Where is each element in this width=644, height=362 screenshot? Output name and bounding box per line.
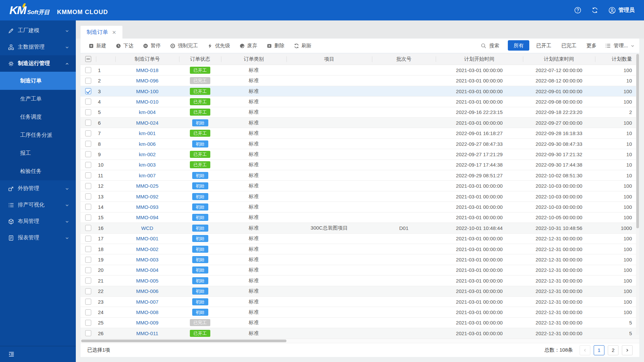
table-row[interactable]: 26MMO-011已开工标准2021-03-01 00:00:002022-12…	[80, 328, 639, 339]
table-row[interactable]: 12MMO-025初始标准2021-03-01 00:00:002022-10-…	[80, 181, 639, 191]
filter-button-3[interactable]: 更多	[583, 40, 600, 51]
order-number-link[interactable]: MMO-001	[136, 236, 159, 241]
page-button-1[interactable]: 1	[594, 345, 604, 355]
order-number-link[interactable]: MMO-096	[136, 78, 159, 83]
row-checkbox[interactable]	[85, 109, 91, 115]
row-checkbox[interactable]	[85, 225, 91, 231]
order-number-link[interactable]: MMO-005	[136, 278, 159, 284]
order-number-link[interactable]: MMO-100	[136, 88, 159, 94]
row-checkbox[interactable]	[85, 267, 91, 273]
vertical-scrollbar[interactable]	[636, 53, 639, 335]
tab-manufacturing-orders[interactable]: 制造订单 ✕	[80, 26, 122, 39]
row-checkbox[interactable]	[85, 183, 91, 189]
order-number-link[interactable]: MMO-009	[136, 320, 159, 325]
row-checkbox[interactable]	[85, 257, 91, 263]
row-checkbox[interactable]	[85, 299, 91, 305]
column-header-8[interactable]: 计划结束时间	[523, 53, 595, 65]
row-checkbox[interactable]	[85, 246, 91, 252]
order-number-link[interactable]: MMO-008	[136, 309, 159, 315]
column-header-3[interactable]: 订单状态	[179, 53, 221, 65]
sidebar-item-3[interactable]: 外协管理	[0, 180, 76, 197]
table-row[interactable]: 8km-006初始标准2022-09-27 08:47:332022-09-30…	[80, 139, 639, 149]
table-row[interactable]: 11km-007初始标准2022-09-29 08:51:272022-10-0…	[80, 170, 639, 181]
row-checkbox[interactable]	[85, 120, 91, 126]
column-header-5[interactable]: 项目	[286, 53, 372, 65]
table-row[interactable]: 19MMO-003初始标准2021-03-01 00:00:002022-12-…	[80, 254, 639, 265]
order-number-link[interactable]: km-007	[139, 173, 156, 178]
table-row[interactable]: 20MMO-004初始标准2021-03-01 00:00:002022-12-…	[80, 265, 639, 276]
toolbar-button-0[interactable]: 新建	[85, 41, 110, 51]
sidebar-subitem-3[interactable]: 工序任务分派	[0, 126, 76, 144]
filter-button-2[interactable]: 已完工	[558, 40, 580, 51]
sidebar-item-1[interactable]: 主数据管理	[0, 39, 76, 55]
table-row[interactable]: 21MMO-005初始标准2021-03-01 00:00:002022-12-…	[80, 276, 639, 286]
order-number-link[interactable]: km-002	[139, 152, 156, 157]
toolbar-button-2[interactable]: 暂停	[140, 41, 164, 51]
row-checkbox[interactable]	[85, 151, 91, 157]
horizontal-scrollbar[interactable]	[80, 339, 639, 343]
row-checkbox[interactable]	[85, 88, 91, 94]
toolbar-button-7[interactable]: 刷新	[290, 41, 315, 51]
vertical-scrollbar-thumb[interactable]	[636, 54, 639, 228]
order-number-link[interactable]: km-004	[139, 109, 156, 115]
page-button-2[interactable]: 2	[608, 345, 619, 355]
table-row[interactable]: 15MMO-094初始标准2021-03-01 00:00:002022-10-…	[80, 213, 639, 223]
help-icon[interactable]	[574, 7, 581, 14]
sidebar-subitem-5[interactable]: 检验任务	[0, 162, 76, 180]
order-number-link[interactable]: MMO-093	[136, 204, 159, 210]
row-checkbox[interactable]	[85, 330, 91, 336]
horizontal-scrollbar-thumb[interactable]	[81, 340, 286, 342]
refresh-session-icon[interactable]	[591, 7, 598, 14]
filter-button-1[interactable]: 已开工	[533, 40, 554, 51]
toolbar-button-3[interactable]: 强制完工	[167, 41, 201, 51]
table-row[interactable]: 17MMO-001初始标准2021-03-01 00:00:002022-12-…	[80, 234, 639, 244]
filter-button-0[interactable]: 所有	[508, 40, 529, 51]
order-number-link[interactable]: km-006	[139, 141, 156, 147]
toolbar-button-4[interactable]: 优先级	[204, 41, 233, 51]
column-header-2[interactable]: 制造订单号	[115, 53, 179, 65]
table-row[interactable]: 10km-003已开工标准2022-09-17 17:44:382022-09-…	[80, 160, 639, 170]
row-checkbox[interactable]	[85, 320, 91, 326]
order-number-link[interactable]: MMO-024	[136, 120, 159, 126]
order-number-link[interactable]: MMO-007	[136, 299, 159, 305]
column-header-4[interactable]: 订单类别	[221, 53, 286, 65]
row-checkbox[interactable]	[85, 67, 91, 73]
column-header-9[interactable]: 计划数量	[595, 53, 639, 65]
user-menu[interactable]: 管理员	[608, 7, 635, 14]
toolbar-button-1[interactable]: 下达	[112, 41, 137, 51]
table-row[interactable]: 4MMO-010已开工标准2021-03-01 00:00:002022-09-…	[80, 97, 639, 107]
row-checkbox[interactable]	[85, 288, 91, 294]
table-row[interactable]: 22MMO-006初始标准2021-03-01 00:00:002022-12-…	[80, 286, 639, 297]
row-checkbox[interactable]	[85, 309, 91, 315]
table-row[interactable]: 5km-004已开工标准2022-09-16 22:23:152022-09-1…	[80, 107, 639, 118]
sidebar-item-2[interactable]: 制造运行管理	[0, 55, 76, 72]
sidebar-item-5[interactable]: 布局管理	[0, 213, 76, 230]
table-row[interactable]: 2MMO-096已完工标准2021-03-01 00:00:002022-08-…	[80, 75, 639, 86]
table-row[interactable]: 9km-002已开工标准2022-09-27 17:21:292022-09-3…	[80, 149, 639, 160]
order-number-link[interactable]: MMO-092	[136, 194, 159, 199]
order-number-link[interactable]: MMO-002	[136, 246, 159, 252]
collapse-sidebar-icon[interactable]	[8, 351, 15, 357]
order-number-link[interactable]: WCD	[141, 225, 153, 231]
next-page-button[interactable]	[622, 345, 633, 355]
table-row[interactable]: 25MMO-009已完工标准2021-03-01 00:00:002022-12…	[80, 318, 639, 328]
table-row[interactable]: 7km-001已开工标准2022-09-01 16:18:272022-09-2…	[80, 128, 639, 138]
prev-page-button[interactable]	[580, 345, 590, 355]
table-row[interactable]: 1MMO-018已开工标准2021-03-01 00:00:002022-07-…	[80, 65, 639, 75]
order-number-link[interactable]: MMO-094	[136, 215, 159, 220]
sidebar-item-0[interactable]: 工厂建模	[0, 22, 76, 39]
toolbar-button-5[interactable]: 废弃	[236, 41, 261, 51]
sidebar-subitem-2[interactable]: 任务调度	[0, 108, 76, 126]
row-checkbox[interactable]	[85, 172, 91, 178]
row-checkbox[interactable]	[85, 141, 91, 147]
column-header-7[interactable]: 计划开始时间	[436, 53, 523, 65]
table-row[interactable]: 14MMO-093初始标准2021-03-01 00:00:002022-10-…	[80, 202, 639, 212]
row-checkbox[interactable]	[85, 78, 91, 84]
row-checkbox[interactable]	[85, 236, 91, 242]
order-number-link[interactable]: MMO-004	[136, 267, 159, 273]
sidebar-item-6[interactable]: 报表管理	[0, 230, 76, 246]
manage-columns-button[interactable]: 管理...	[605, 43, 635, 49]
column-header-6[interactable]: 批次号	[372, 53, 436, 65]
order-number-link[interactable]: MMO-011	[136, 330, 158, 336]
table-row[interactable]: 16WCD初始标准300C总装图项目D012022-10-01 10:48:44…	[80, 223, 639, 233]
